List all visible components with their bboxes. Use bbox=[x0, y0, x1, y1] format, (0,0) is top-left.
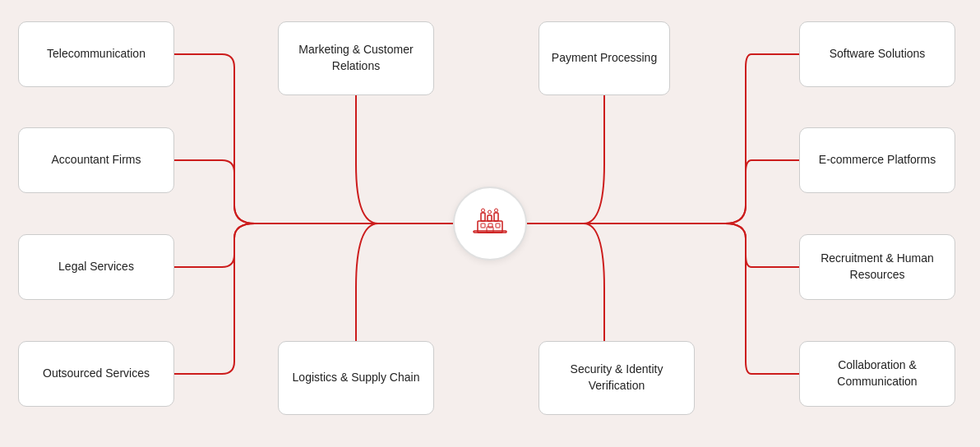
node-outsourced-services: Outsourced Services bbox=[18, 341, 174, 407]
node-accountant-firms: Accountant Firms bbox=[18, 127, 174, 193]
node-ecommerce-platforms: E-commerce Platforms bbox=[799, 127, 955, 193]
diagram-container: Telecommunication Accountant Firms Legal… bbox=[0, 0, 980, 447]
node-legal-services: Legal Services bbox=[18, 234, 174, 300]
svg-rect-5 bbox=[481, 224, 485, 228]
node-marketing: Marketing & Customer Relations bbox=[278, 21, 434, 95]
node-payment-processing: Payment Processing bbox=[539, 21, 670, 95]
svg-rect-4 bbox=[494, 213, 498, 221]
node-collaboration-communication: Collaboration & Communication bbox=[799, 341, 955, 407]
factory-icon bbox=[469, 201, 511, 246]
node-logistics: Logistics & Supply Chain bbox=[278, 341, 434, 415]
svg-point-11 bbox=[495, 209, 498, 212]
svg-rect-3 bbox=[488, 215, 492, 221]
svg-rect-2 bbox=[481, 213, 485, 221]
svg-rect-7 bbox=[496, 224, 500, 228]
node-security-identity: Security & Identity Verification bbox=[539, 341, 695, 415]
node-telecommunication: Telecommunication bbox=[18, 21, 174, 87]
center-node bbox=[453, 187, 527, 260]
node-recruitment-hr: Recruitment & Human Resources bbox=[799, 234, 955, 300]
svg-point-9 bbox=[482, 209, 485, 212]
svg-point-10 bbox=[488, 210, 492, 214]
node-software-solutions: Software Solutions bbox=[799, 21, 955, 87]
